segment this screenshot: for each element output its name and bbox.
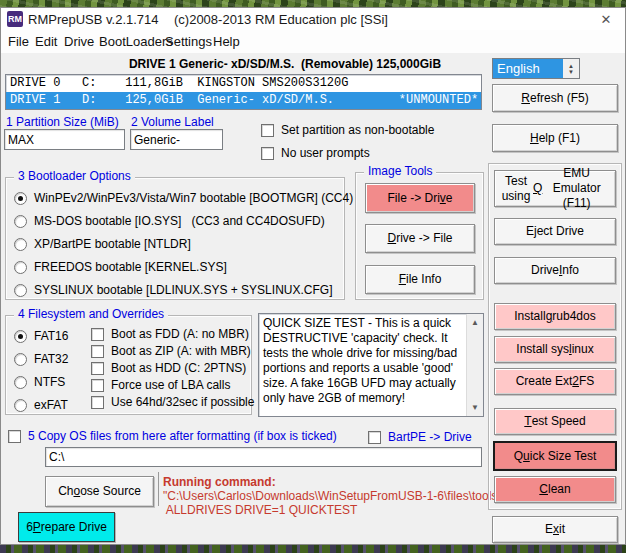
checkbox-label: Boot as ZIP (A: with MBR)	[111, 344, 251, 358]
radio-syslinux[interactable]: SYSLINUX bootable [LDLINUX.SYS + SYSLINU…	[14, 283, 332, 297]
drive-info-button[interactable]: Drive Info	[494, 257, 616, 284]
info-text: QUICK SIZE TEST - This is a quick DESTRU…	[259, 314, 467, 416]
app-icon: RM	[7, 11, 23, 27]
checkbox-icon	[91, 362, 104, 375]
info-textbox[interactable]: QUICK SIZE TEST - This is a quick DESTRU…	[258, 313, 484, 417]
window-title: RMPrepUSB v.2.1.714	[28, 12, 159, 27]
radio-freedos[interactable]: FREEDOS bootable [KERNEL.SYS]	[14, 260, 227, 274]
drive-row-1[interactable]: DRIVE 1 D: 125,0GiB Generic- xD/SD/M.S. …	[6, 92, 481, 109]
radio-label: FREEDOS bootable [KERNEL.SYS]	[34, 260, 227, 274]
exit-button[interactable]: Exit	[492, 516, 618, 543]
radio-label: FAT16	[34, 329, 68, 343]
menu-bar: File Edit Drive BootLoaders Settings Hel…	[1, 30, 625, 53]
partition-size-input[interactable]	[4, 129, 125, 150]
create-ext2-button[interactable]: Create Ext2 FS	[494, 368, 616, 395]
title-bar: RM RMPrepUSB v.2.1.714 (c)2008-2013 RM E…	[1, 8, 625, 30]
radio-fat32[interactable]: FAT32	[14, 352, 68, 366]
radio-exfat[interactable]: exFAT	[14, 398, 68, 412]
radio-bootmgr[interactable]: WinPEv2/WinPEv3/Vista/Win7 bootable [BOO…	[14, 191, 353, 205]
drive-row-0[interactable]: DRIVE 0 C: 111,8GiB KINGSTON SMS200S3120…	[6, 75, 481, 92]
selected-drive-header: DRIVE 1 Generic- xD/SD/M.S. (Removable) …	[90, 57, 480, 71]
radio-ntldr[interactable]: XP/BartPE bootable [NTLDR]	[14, 237, 191, 251]
menu-item-settings[interactable]: Settings	[165, 34, 212, 49]
spinner-arrows[interactable]: ▲ ▼	[563, 59, 579, 78]
checkbox-label: No user prompts	[281, 146, 370, 160]
menu-item-edit[interactable]: Edit	[35, 34, 57, 49]
language-selector[interactable]: English ▲ ▼	[492, 58, 580, 79]
file-to-drive-button[interactable]: File -> Drive	[365, 183, 475, 213]
checkbox-force-lba[interactable]: Force use of LBA calls	[91, 378, 230, 392]
checkbox-boot-hdd[interactable]: Boot as HDD (C: 2PTNS)	[91, 361, 246, 375]
checkbox-icon	[368, 431, 381, 444]
file-info-button[interactable]: File Info	[365, 265, 475, 294]
choose-source-button[interactable]: Choose Source	[45, 476, 154, 507]
prepare-drive-button[interactable]: 6 Prepare Drive	[18, 512, 115, 542]
checkbox-copy-os-files[interactable]: 5 Copy OS files from here after formatti…	[8, 429, 337, 443]
running-command-args: ALLDRIVES DRIVE=1 QUICKTEST	[163, 503, 357, 517]
checkbox-icon	[91, 396, 104, 409]
checkbox-non-bootable[interactable]: Set partition as non-bootable	[261, 123, 434, 137]
close-icon[interactable]: ✕	[597, 11, 615, 27]
menu-item-bootloaders[interactable]: BootLoaders	[99, 34, 173, 49]
menu-item-drive[interactable]: Drive	[64, 34, 94, 49]
running-command-path: "C:\Users\Carlos\Downloads\WinSetupFromU…	[163, 489, 527, 503]
quick-size-test-button[interactable]: Quick Size Test	[494, 442, 616, 470]
checkbox-label: Use 64hd/32sec if possible	[111, 395, 254, 409]
checkbox-icon	[261, 124, 274, 137]
language-value: English	[493, 59, 563, 78]
menu-item-file[interactable]: File	[8, 34, 29, 49]
scrollbar[interactable]: ▲ ▼	[466, 314, 483, 416]
running-command-label: Running command:	[163, 475, 276, 489]
clean-button[interactable]: Clean	[494, 476, 616, 503]
window-copyright: (c)2008-2013 RM Education plc [SSi]	[174, 12, 388, 27]
qemu-test-button[interactable]: Test using QEMU Emulator (F11)	[494, 170, 616, 207]
drive-to-file-button[interactable]: Drive -> File	[365, 224, 475, 253]
radio-fat16[interactable]: FAT16	[14, 329, 68, 343]
divider	[158, 472, 159, 506]
install-syslinux-button[interactable]: Install syslinux	[494, 336, 616, 363]
checkbox-bartpe-to-drive[interactable]: BartPE -> Drive	[368, 430, 472, 444]
checkbox-icon	[91, 379, 104, 392]
radio-label: FAT32	[34, 352, 68, 366]
checkbox-label: Boot as HDD (C: 2PTNS)	[111, 361, 246, 375]
checkbox-label: Boot as FDD (A: no MBR)	[111, 327, 249, 341]
checkbox-boot-fdd[interactable]: Boot as FDD (A: no MBR)	[91, 327, 249, 341]
radio-ntfs[interactable]: NTFS	[14, 375, 65, 389]
radio-icon	[14, 215, 27, 228]
spinner-down-icon[interactable]: ▼	[568, 69, 574, 75]
help-button[interactable]: Help (F1)	[492, 124, 618, 152]
radio-label: XP/BartPE bootable [NTLDR]	[34, 237, 191, 251]
menu-item-help[interactable]: Help	[213, 34, 240, 49]
scroll-down-icon[interactable]: ▼	[467, 400, 483, 415]
checkbox-64hd-32sec[interactable]: Use 64hd/32sec if possible	[91, 395, 254, 409]
partition-size-label: 1 Partition Size (MiB)	[6, 115, 119, 129]
radio-icon	[14, 353, 27, 366]
group-title: 4 Filesystem and Overrides	[14, 308, 168, 321]
checkbox-boot-zip[interactable]: Boot as ZIP (A: with MBR)	[91, 344, 251, 358]
radio-icon	[14, 192, 27, 205]
bootloader-options-group: 3 Bootloader Options WinPEv2/WinPEv3/Vis…	[5, 177, 345, 300]
radio-label: MS-DOS bootable [IO.SYS] (CC3 and CC4DOS…	[34, 214, 325, 228]
radio-label: exFAT	[34, 398, 68, 412]
checkbox-label: Set partition as non-bootable	[281, 123, 434, 137]
checkbox-icon	[8, 430, 21, 443]
drive-list[interactable]: DRIVE 0 C: 111,8GiB KINGSTON SMS200S3120…	[5, 74, 482, 110]
desktop-background: RM RMPrepUSB v.2.1.714 (c)2008-2013 RM E…	[0, 0, 626, 553]
filesystem-group: 4 Filesystem and Overrides FAT16 FAT32 N…	[5, 315, 252, 415]
checkbox-label: BartPE -> Drive	[388, 430, 472, 444]
radio-msdos[interactable]: MS-DOS bootable [IO.SYS] (CC3 and CC4DOS…	[14, 214, 325, 228]
checkbox-icon	[91, 345, 104, 358]
radio-icon	[14, 261, 27, 274]
radio-label: SYSLINUX bootable [LDLINUX.SYS + SYSLINU…	[34, 283, 332, 297]
radio-label: NTFS	[34, 375, 65, 389]
volume-label-label: 2 Volume Label	[131, 115, 214, 129]
scroll-up-icon[interactable]: ▲	[467, 315, 483, 330]
refresh-button[interactable]: Refresh (F5)	[492, 84, 618, 112]
group-title: 3 Bootloader Options	[14, 170, 135, 183]
eject-drive-button[interactable]: Eject Drive	[494, 218, 616, 245]
volume-label-input[interactable]	[130, 129, 223, 150]
test-speed-button[interactable]: Test Speed	[494, 408, 616, 435]
checkbox-no-user-prompts[interactable]: No user prompts	[261, 146, 370, 160]
install-grub4dos-button[interactable]: Install grub4dos	[494, 303, 616, 330]
source-path-input[interactable]	[45, 447, 482, 467]
